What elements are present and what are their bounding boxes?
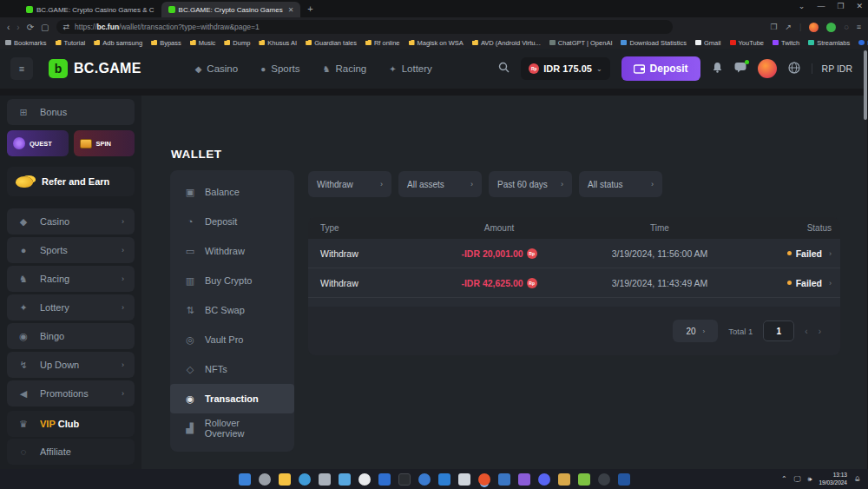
next-page-icon[interactable]: › [819,327,821,336]
sidebar-item-vip-club[interactable]: ♛ VIP Club [7,411,135,437]
wallet-nav-transaction[interactable]: ◉Transaction [170,384,294,413]
home-icon[interactable]: ▢ [41,23,49,32]
wallet-nav-withdraw[interactable]: ▭Withdraw [170,236,294,266]
taskbar-clock-icon[interactable] [358,473,371,486]
browser-tab-1[interactable]: BC.GAME: Crypto Casino Games & C [19,2,161,17]
taskbar-mail-icon[interactable] [339,473,351,486]
nav-sports[interactable]: ●Sports [260,63,299,74]
wallet-nav-vault-pro[interactable]: ◎Vault Pro [170,325,294,354]
nav-casino[interactable]: ◆Casino [195,63,239,74]
user-avatar[interactable] [758,59,777,78]
url-bar[interactable]: ⇄ https://bc.fun/wallet/transaction?type… [56,20,673,34]
hamburger-menu-icon[interactable]: ≡ [10,57,33,80]
maximize-icon[interactable]: ❐ [837,2,844,10]
page-number-input[interactable]: 1 [763,320,794,341]
sidebar-item-racing[interactable]: ♞ Racing › [7,266,135,292]
taskbar-app-icon[interactable] [618,473,630,486]
fiat-currency-label[interactable]: RP IDR [812,63,852,74]
new-tab-button[interactable]: + [307,3,312,14]
tab-search-icon[interactable]: ⌄ [799,2,806,10]
taskbar-sheets-icon[interactable] [578,473,590,486]
taskbar-brave-icon[interactable] [478,473,490,486]
sidebar-item-casino[interactable]: ◆ Casino › [7,208,135,235]
bookmark-item[interactable]: Bypass [151,39,181,47]
sidebar-item-sports[interactable]: ● Sports › [7,237,135,263]
wallet-nav-bc-swap[interactable]: ⇅BC Swap [170,295,294,325]
taskbar-edge-icon[interactable] [418,473,431,486]
share-icon[interactable]: ↗ [785,23,792,31]
browser-tab-2-active[interactable]: BC.GAME: Crypto Casino Games ✕ [161,2,301,17]
taskbar-obs-icon[interactable] [598,473,610,486]
taskbar-file-explorer-icon[interactable] [279,473,291,486]
sidebar-item-promotions[interactable]: ◀ Promotions › [7,380,135,406]
taskbar-photos-icon[interactable] [498,473,510,486]
taskbar-search-icon[interactable] [299,473,311,486]
wallet-nav-buy-crypto[interactable]: ▥Buy Crypto [170,266,294,295]
taskbar-outlook-icon[interactable] [438,473,450,486]
profile-avatar-icon[interactable] [809,23,819,32]
taskbar-settings-icon[interactable] [259,473,271,486]
bookmark-item[interactable]: Bookmarks [5,39,47,47]
bookmark-item[interactable]: Rf online [365,39,400,47]
bookmark-item[interactable]: Dump [224,39,250,47]
extension-icon[interactable] [826,23,836,32]
taskbar-discord-icon[interactable] [538,473,550,486]
language-globe-icon[interactable] [788,62,800,76]
filter-date-dropdown[interactable]: Past 60 days› [489,171,572,197]
tray-display-icon[interactable]: 🖵 [794,475,801,484]
bookmark-item[interactable]: Home - Restream [858,39,868,47]
taskbar-start-icon[interactable] [239,473,251,486]
taskbar-terminal-icon[interactable] [398,473,411,486]
taskbar-game-icon[interactable] [518,473,530,486]
balance-selector[interactable]: Rp IDR 175.05 ⌄ [521,57,609,80]
sidebar-item-affiliate[interactable]: ◌ Affiliate [7,439,135,465]
site-settings-icon[interactable]: ⇄ [63,23,70,31]
filter-type-dropdown[interactable]: Withdraw› [308,171,391,197]
refer-and-earn-button[interactable]: Refer and Earn [7,167,135,196]
table-row[interactable]: Withdraw -IDR 20,001.00Rp 3/19/2024, 11:… [308,239,840,268]
page-size-dropdown[interactable]: 20 › [673,320,718,342]
bookmark-item[interactable]: Tutorial [56,39,86,47]
filter-assets-dropdown[interactable]: All assets› [398,171,482,197]
bookmark-item[interactable]: Magisk on WSA [409,39,464,47]
scrollbar-thumb[interactable] [864,50,867,120]
notifications-bell-icon[interactable] [712,62,723,76]
minimize-icon[interactable]: — [817,2,825,10]
tray-chevron-icon[interactable]: ⌃ [781,475,787,483]
bookmark-item[interactable]: Gmail [695,39,721,47]
quest-button[interactable]: QUEST [7,130,69,156]
bookmark-item[interactable]: Twitch [773,39,799,47]
sidebar-item-bingo[interactable]: ◉ Bingo [7,323,135,349]
reading-list-icon[interactable]: ❐ [770,23,777,31]
bookmark-item[interactable]: AVD (Android Virtu... [472,39,541,47]
bookmark-item[interactable]: Khusus AI [259,39,297,47]
bookmark-item[interactable]: Streamlabs [808,39,850,47]
taskbar-powershell-icon[interactable] [378,473,391,486]
bookmark-item[interactable]: Guardian tales [306,39,357,47]
wallet-nav-rollover[interactable]: ▟Rollover Overview [170,413,294,443]
bookmark-item[interactable]: YouTube [730,39,764,47]
bookmark-item[interactable]: Music [190,39,216,47]
back-icon[interactable]: ‹ [7,23,10,32]
table-row[interactable]: Withdraw -IDR 42,625.00Rp 3/19/2024, 11:… [308,268,840,298]
prev-page-icon[interactable]: ‹ [805,327,807,336]
taskbar-clock[interactable]: 13:13 19/03/2024 [819,472,847,486]
nav-racing[interactable]: ♞Racing [322,63,366,74]
sidebar-item-updown[interactable]: ↯ Up Down › [7,352,135,378]
taskbar-notes-icon[interactable] [319,473,331,486]
bookmark-item[interactable]: Adb samsung [94,39,142,47]
wallet-nav-nfts[interactable]: ◇NFTs [170,354,294,384]
close-icon[interactable]: ✕ [856,2,863,10]
site-logo[interactable]: b BC.GAME [49,59,141,78]
nav-lottery[interactable]: ✦Lottery [389,63,432,74]
spin-button[interactable]: SPIN [74,130,135,156]
tray-volume-icon[interactable]: 🕪 [807,475,812,484]
wallet-nav-balance[interactable]: ▣Balance [170,177,294,207]
search-icon[interactable] [498,62,510,76]
bookmark-item[interactable]: Download Statistics [621,39,686,47]
chat-icon[interactable] [734,62,746,76]
tab-close-icon[interactable]: ✕ [288,6,294,14]
sidebar-item-lottery[interactable]: ✦ Lottery › [7,294,135,320]
tray-notifications-icon[interactable]: 🕭 [854,475,861,483]
forward-icon[interactable]: › [16,23,19,32]
